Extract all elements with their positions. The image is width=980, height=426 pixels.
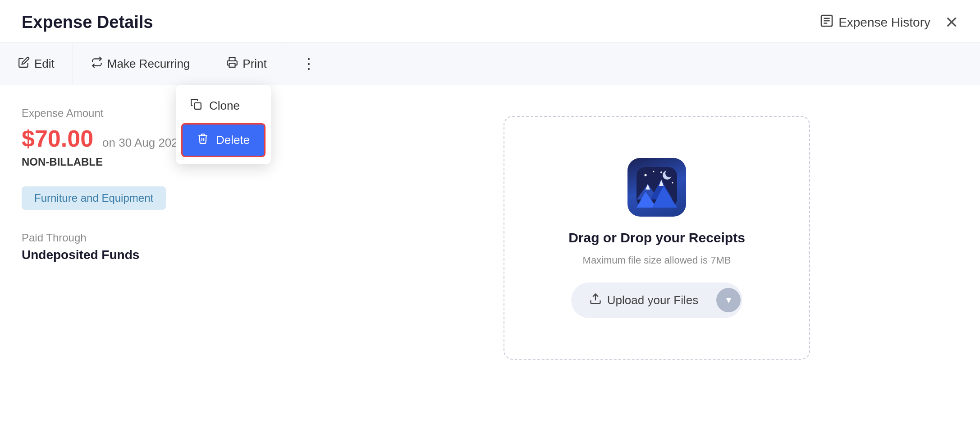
chevron-down-icon: ▾ — [726, 294, 731, 306]
clone-icon — [190, 98, 202, 113]
close-button[interactable]: ✕ — [945, 14, 958, 31]
trash-icon — [197, 133, 209, 148]
clone-label: Clone — [209, 99, 240, 113]
svg-rect-5 — [195, 103, 201, 109]
make-recurring-button[interactable]: Make Recurring — [73, 42, 209, 85]
svg-point-8 — [660, 171, 662, 173]
header-actions: Expense History ✕ — [820, 14, 958, 31]
page-header: Expense Details Expense History ✕ — [0, 0, 980, 42]
edit-icon — [18, 56, 30, 71]
left-panel: Expense Amount $70.00 on 30 Aug 2023 NON… — [22, 107, 328, 360]
upload-files-label: Upload your Files — [607, 293, 698, 307]
upload-subtitle: Maximum file size allowed is 7MB — [583, 255, 731, 266]
print-label: Print — [243, 57, 266, 71]
upload-title: Drag or Drop your Receipts — [568, 230, 745, 245]
right-panel: Drag or Drop your Receipts Maximum file … — [355, 107, 958, 360]
recurring-icon — [91, 56, 103, 71]
upload-chevron-button[interactable]: ▾ — [716, 288, 741, 312]
dropdown-menu: Clone Delete — [176, 85, 271, 164]
category-tag: Furniture and Equipment — [22, 186, 166, 210]
upload-files-button[interactable]: Upload your Files — [573, 284, 714, 316]
print-button[interactable]: Print — [208, 42, 285, 85]
edit-label: Edit — [34, 57, 55, 71]
expense-date: on 30 Aug 2023 — [102, 136, 184, 150]
edit-button[interactable]: Edit — [0, 42, 73, 85]
history-icon — [820, 14, 834, 31]
svg-point-13 — [665, 169, 673, 177]
upload-icon — [589, 292, 602, 308]
upload-button-row: Upload your Files ▾ — [571, 282, 742, 318]
print-icon — [226, 56, 238, 71]
page-title: Expense Details — [22, 13, 153, 32]
more-button[interactable]: ⋮ — [285, 42, 332, 85]
expense-history-label: Expense History — [838, 15, 930, 30]
expense-history-button[interactable]: Expense History — [820, 14, 930, 31]
svg-point-7 — [645, 174, 647, 176]
svg-point-10 — [653, 171, 655, 172]
delete-button[interactable]: Delete — [181, 123, 266, 157]
expense-amount-value: $70.00 — [22, 125, 93, 152]
paid-through-label: Paid Through — [22, 232, 328, 244]
make-recurring-label: Make Recurring — [107, 57, 190, 71]
expense-amount-row: $70.00 on 30 Aug 2023 — [22, 125, 328, 152]
svg-point-11 — [672, 182, 673, 183]
expense-amount-label: Expense Amount — [22, 107, 328, 120]
billable-status: NON-BILLABLE — [22, 156, 328, 168]
upload-area: Drag or Drop your Receipts Maximum file … — [504, 116, 810, 360]
svg-rect-4 — [229, 63, 235, 67]
delete-label: Delete — [216, 133, 250, 147]
paid-through-value: Undeposited Funds — [22, 248, 328, 262]
clone-button[interactable]: Clone — [176, 90, 271, 121]
upload-illustration — [627, 158, 686, 217]
main-content: Expense Amount $70.00 on 30 Aug 2023 NON… — [0, 85, 980, 381]
toolbar: Edit Make Recurring Print ⋮ — [0, 42, 980, 85]
